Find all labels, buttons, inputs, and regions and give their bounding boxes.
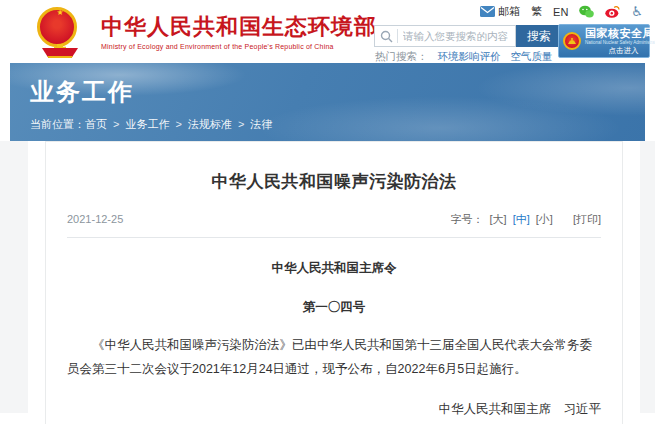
english-link[interactable]: EN [553, 6, 568, 18]
content-container: 中华人民共和国噪声污染防治法 2021-12-25 字号： [大] [中] [小… [28, 141, 640, 424]
font-size-medium-button[interactable]: [中] [513, 212, 530, 227]
nsa-enter-label: 点击进入 [585, 47, 655, 55]
accessibility-icon[interactable]: ♿ [631, 5, 643, 18]
weibo-link[interactable] [605, 5, 620, 18]
breadcrumb-laws: 法律 [250, 117, 272, 132]
breadcrumb-label: 当前位置： [30, 117, 85, 132]
wechat-icon [579, 5, 594, 18]
nsa-text: 国家核安全局 National Nuclear Safety Administr… [585, 28, 655, 55]
font-size-label: 字号： [451, 212, 484, 227]
mail-label: 邮箱 [498, 4, 520, 19]
mail-link[interactable]: 邮箱 [480, 4, 520, 19]
article-meta-row: 2021-12-25 字号： [大] [中] [小] [打印] [67, 212, 601, 227]
breadcrumb-home[interactable]: 首页 [85, 117, 125, 132]
wechat-link[interactable] [579, 5, 594, 18]
decree-signature: 中华人民共和国主席 习近平 [67, 401, 601, 418]
page: ★ 中华人民共和国生态环境部 Ministry of Ecology and E… [0, 0, 655, 424]
search-row: 搜索 [374, 25, 562, 47]
search-input[interactable] [403, 30, 508, 42]
search-box [374, 25, 516, 47]
font-controls: 字号： [大] [中] [小] [打印] [451, 212, 602, 227]
breadcrumb-regulations[interactable]: 法规标准 [188, 117, 250, 132]
font-size-large-button[interactable]: [大] [490, 212, 507, 227]
search-button[interactable]: 搜索 [516, 25, 562, 47]
hot-link-eia[interactable]: 环境影响评价 [438, 50, 501, 64]
weibo-icon [605, 5, 620, 18]
hot-search: 热门搜索： 环境影响评价 空气质量 [375, 50, 553, 64]
ministry-logo[interactable]: ★ 中华人民共和国生态环境部 Ministry of Ecology and E… [28, 7, 377, 62]
decree-heading: 中华人民共和国主席令 [67, 260, 601, 277]
article-date: 2021-12-25 [67, 213, 123, 225]
nsa-title: 国家核安全局 [585, 28, 655, 39]
article-title: 中华人民共和国噪声污染防治法 [67, 142, 601, 193]
article-card: 中华人民共和国噪声污染防治法 2021-12-25 字号： [大] [中] [小… [45, 141, 623, 424]
print-button[interactable]: [打印] [573, 212, 601, 227]
meta-divider [67, 237, 601, 238]
search-divider [397, 29, 398, 43]
nsa-subtitle: National Nuclear Safety Administration [585, 41, 655, 46]
decree-paragraph: 《中华人民共和国噪声污染防治法》已由中华人民共和国第十三届全国人民代表大会常务委… [67, 333, 601, 381]
star-icon: ★ [28, 9, 92, 17]
traditional-chinese-link[interactable]: 繁 [531, 4, 542, 19]
main-area: 中华人民共和国噪声污染防治法 2021-12-25 字号： [大] [中] [小… [0, 141, 655, 413]
breadcrumb-business[interactable]: 业务工作 [125, 117, 187, 132]
hot-search-label: 热门搜索： [375, 50, 428, 64]
site-header: ★ 中华人民共和国生态环境部 Ministry of Ecology and E… [0, 0, 655, 63]
font-size-small-button[interactable]: [小] [536, 212, 553, 227]
top-utility-links: 邮箱 繁 EN ♿ [480, 4, 643, 19]
site-subtitle: Ministry of Ecology and Environment of t… [101, 43, 377, 50]
hot-link-air-quality[interactable]: 空气质量 [511, 50, 553, 64]
emblem-ribbon [42, 48, 78, 58]
site-title: 中华人民共和国生态环境部 [101, 14, 377, 40]
national-emblem-icon: ★ [28, 7, 92, 62]
section-title: 业务工作 [30, 76, 645, 108]
decree-number: 第一〇四号 [67, 299, 601, 316]
site-titles: 中华人民共和国生态环境部 Ministry of Ecology and Env… [101, 7, 377, 50]
mail-icon [480, 6, 495, 17]
nuclear-safety-banner[interactable]: 国家核安全局 National Nuclear Safety Administr… [558, 24, 650, 58]
breadcrumb: 当前位置： 首页 业务工作 法规标准 法律 [30, 117, 645, 132]
nsa-emblem-icon [563, 32, 581, 50]
section-banner: 业务工作 当前位置： 首页 业务工作 法规标准 法律 [10, 63, 645, 152]
search-icon [380, 30, 393, 43]
